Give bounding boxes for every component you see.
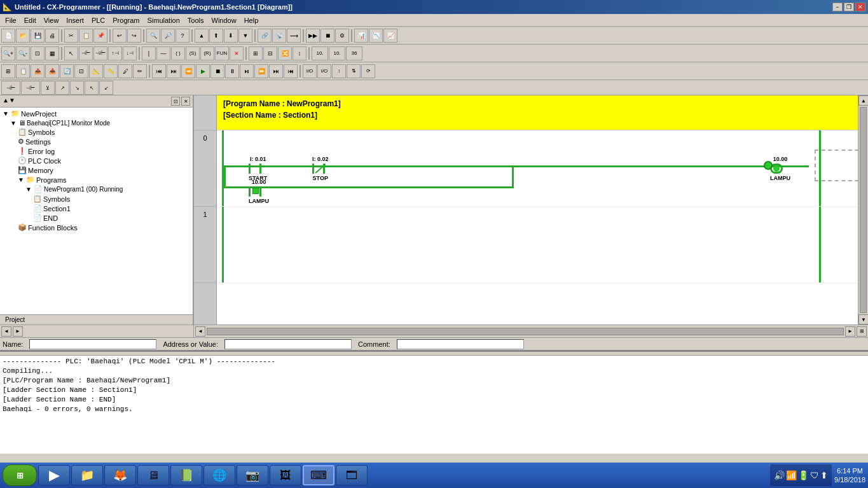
- tb3-io1[interactable]: I/O: [303, 64, 317, 78]
- taskbar-cx-btn[interactable]: ⌨: [303, 465, 334, 485]
- scroll-down-arrow[interactable]: ▼: [858, 314, 868, 324]
- tb-help[interactable]: ?: [176, 29, 189, 43]
- tb3-step2[interactable]: ⏩: [254, 64, 268, 78]
- tb3-play[interactable]: ▶: [196, 64, 210, 78]
- tree-item-newproject[interactable]: ▼ 📁 NewProject: [1, 109, 191, 118]
- tb-m3[interactable]: 📈: [383, 29, 397, 43]
- comment-input[interactable]: [397, 339, 524, 349]
- nav-right-btn[interactable]: ►: [13, 326, 23, 337]
- tb4-b4[interactable]: ↗: [55, 81, 69, 95]
- menu-item-file[interactable]: File: [1, 15, 20, 25]
- tb2-a2[interactable]: ↕: [293, 46, 307, 60]
- tb4-b2[interactable]: ⊣⊢: [21, 81, 40, 95]
- tb3-step3[interactable]: ⏭: [269, 64, 283, 78]
- menu-item-window[interactable]: Window: [208, 15, 240, 25]
- tb2-zoom-out[interactable]: 🔍-: [16, 46, 30, 60]
- tb2-expand[interactable]: ⊞: [249, 46, 263, 60]
- sidebar-float-btn[interactable]: ⊡: [171, 97, 180, 106]
- tb4-b5[interactable]: ↘: [70, 81, 84, 95]
- taskbar-explorer-btn[interactable]: 📁: [71, 465, 103, 485]
- tb-open[interactable]: 📂: [16, 29, 30, 43]
- tb4-b7[interactable]: ↙: [99, 81, 113, 95]
- tb3-b5[interactable]: 🔄: [60, 64, 74, 78]
- tb3-io2[interactable]: I/O: [317, 64, 331, 78]
- tb-redo[interactable]: ↪: [127, 29, 141, 43]
- tb2-coil3[interactable]: (R): [200, 46, 214, 60]
- tb3-b9[interactable]: 🖊: [118, 64, 132, 78]
- tb2-fit[interactable]: ⊡: [31, 46, 45, 60]
- tb2-zoom-in[interactable]: 🔍+: [1, 46, 15, 60]
- close-button[interactable]: ✕: [855, 3, 865, 11]
- tb-b4[interactable]: ▼: [238, 29, 252, 43]
- tb2-36[interactable]: 36: [346, 46, 362, 60]
- tb-cut[interactable]: ✂: [64, 29, 78, 43]
- tb-find[interactable]: 🔍: [146, 29, 160, 43]
- tb3-b4[interactable]: 📥: [45, 64, 59, 78]
- hscroll-corner-btn[interactable]: ⊞: [857, 326, 867, 337]
- tb3-stop[interactable]: ⏹: [210, 64, 224, 78]
- tb-connect[interactable]: 🔗: [258, 29, 272, 43]
- minimize-button[interactable]: −: [832, 3, 843, 11]
- tree-item-errorlog[interactable]: ❗ Error log: [1, 146, 191, 156]
- tb4-b3[interactable]: ⊻: [41, 81, 55, 95]
- tb2-del[interactable]: ✕: [230, 46, 244, 60]
- tb-b1[interactable]: ▲: [195, 29, 209, 43]
- tb3-io3[interactable]: ↕: [332, 64, 346, 78]
- tb3-sim1[interactable]: ⏮: [152, 64, 166, 78]
- tb2-cursor[interactable]: ↖: [64, 46, 78, 60]
- tb3-b3[interactable]: 📤: [31, 64, 45, 78]
- tree-item-end[interactable]: 📄 END: [1, 213, 191, 223]
- tb-plcset[interactable]: ⚙: [335, 29, 349, 43]
- hscroll-right-btn[interactable]: ►: [845, 326, 855, 337]
- tb-b3[interactable]: ⬇: [224, 29, 238, 43]
- taskbar-chrome-btn[interactable]: 🌐: [203, 465, 235, 485]
- start-button[interactable]: ⊞: [3, 464, 37, 486]
- menu-item-plc[interactable]: PLC: [88, 15, 109, 25]
- tb2-coil[interactable]: ( ): [171, 46, 185, 60]
- tree-item-newprogram1[interactable]: ▼ 📄 NewProgram1 (00) Running: [1, 185, 191, 194]
- sidebar-tab[interactable]: Project: [0, 314, 193, 324]
- tree-item-settings[interactable]: ⚙ Settings: [1, 137, 191, 146]
- tb-b2[interactable]: ⬆: [209, 29, 223, 43]
- taskbar-photo-btn[interactable]: 🖼: [270, 465, 301, 485]
- scroll-up-arrow[interactable]: ▲: [858, 95, 868, 106]
- taskbar-extra-btn[interactable]: 🗔: [336, 465, 368, 485]
- taskbar-excel-btn[interactable]: 📗: [170, 465, 202, 485]
- tb3-b6[interactable]: ⊡: [74, 64, 88, 78]
- tb3-b7[interactable]: 📐: [89, 64, 103, 78]
- tb3-sim2[interactable]: ⏭: [167, 64, 181, 78]
- tree-item-funcblocks[interactable]: 📦 Function Blocks: [1, 223, 191, 232]
- taskbar-firefox-btn[interactable]: 🦊: [104, 465, 136, 485]
- tree-item-programs[interactable]: ▼ 📁 Programs: [1, 175, 191, 185]
- tb2-coil2[interactable]: (S): [186, 46, 200, 60]
- tb-m2[interactable]: 📉: [369, 29, 383, 43]
- tb2-no[interactable]: ⊣⊢: [79, 46, 93, 60]
- menu-item-simulation[interactable]: Simulation: [143, 15, 183, 25]
- tb2-a1[interactable]: 🔀: [278, 46, 292, 60]
- tb-m1[interactable]: 📊: [354, 29, 368, 43]
- tb2-horiz[interactable]: —: [156, 46, 170, 60]
- tb-paste[interactable]: 📌: [93, 29, 107, 43]
- scroll-thumb[interactable]: [860, 107, 867, 313]
- tree-item-baehaqi[interactable]: ▼ 🖥 Baehaqi[CP1L] Monitor Mode: [1, 118, 191, 127]
- menu-item-view[interactable]: View: [40, 15, 63, 25]
- splitter-bar[interactable]: [0, 350, 868, 355]
- taskbar-media-btn[interactable]: ▶: [38, 465, 70, 485]
- tb3-pause[interactable]: ⏸: [225, 64, 239, 78]
- menu-item-insert[interactable]: Insert: [62, 15, 88, 25]
- tb4-b6[interactable]: ↖: [85, 81, 99, 95]
- tb-new[interactable]: 📄: [1, 29, 15, 43]
- tb2-vert[interactable]: |: [142, 46, 156, 60]
- tb4-b1[interactable]: ⊣⊢: [1, 81, 20, 95]
- tb-copy[interactable]: 📋: [79, 29, 93, 43]
- menu-item-edit[interactable]: Edit: [20, 15, 40, 25]
- tree-item-symbols[interactable]: 📋 Symbols: [1, 127, 191, 137]
- tb3-io4[interactable]: ⇅: [347, 64, 361, 78]
- sidebar-close-btn[interactable]: ✕: [181, 97, 190, 106]
- tb3-io5[interactable]: ⟳: [361, 64, 375, 78]
- tb2-b1[interactable]: ▦: [45, 46, 59, 60]
- taskbar-camera-btn[interactable]: 📷: [237, 465, 268, 485]
- nav-left-btn[interactable]: ◄: [1, 326, 11, 337]
- tb2-neg[interactable]: ↓⊣: [123, 46, 137, 60]
- menu-item-help[interactable]: Help: [240, 15, 263, 25]
